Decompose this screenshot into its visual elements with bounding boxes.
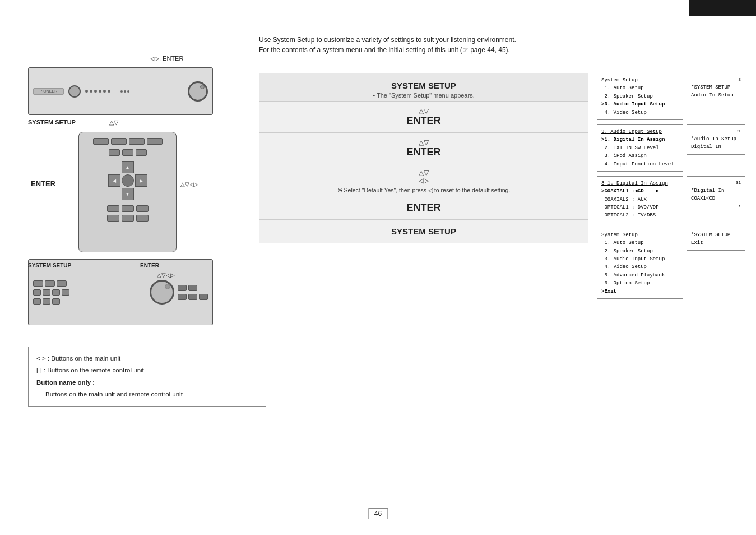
device-main-bottom: [28, 259, 213, 325]
screen1-right: 3 *SYSTEM SETUP Audio In Setup: [687, 73, 745, 103]
connector-enter-remote: [64, 185, 77, 185]
page-number-area: 46: [368, 508, 388, 519]
label-arrow-enter-top: ◁▷, ENTER: [150, 55, 183, 62]
label-system-setup-2: SYSTEM SETUP: [28, 262, 71, 269]
header-line1: Use System Setup to customize a variety …: [259, 35, 662, 45]
screen4-right: *SYSTEM SETUP Exit: [687, 228, 745, 251]
screen2-right: 31 *Audio In Setup Digital In: [687, 124, 745, 155]
panel-subtitle: • The "System Setup" menu appears.: [271, 92, 577, 99]
screen3-right: 31 *Digital In COAX1<CD ›: [687, 176, 745, 214]
device-remote: ▲ ◀ ▶ ▼: [78, 132, 177, 252]
panel-title: SYSTEM SETUP: [271, 81, 577, 90]
label-enter-bottom: ENTER: [140, 262, 159, 269]
step4-enter: ENTER: [406, 202, 440, 214]
device-receiver-top: PIONEER: [28, 67, 213, 115]
step5-system-setup: SYSTEM SETUP: [391, 227, 456, 236]
label-enter-remote: ENTER: [31, 179, 55, 188]
screens-panel: System Setup 1. Auto Setup 2. Speaker Se…: [597, 73, 745, 303]
legend-line2: [ ] : Buttons on the remote control unit: [36, 365, 258, 376]
step3-sub-arrows: ◁▷: [419, 177, 429, 185]
header-line2: For the contents of a system menu and th…: [259, 45, 662, 55]
label-system-setup-1: SYSTEM SETUP: [28, 119, 76, 126]
label-delta-nabla-1: △▽: [109, 119, 118, 126]
connector-arrows: [177, 185, 178, 185]
legend-bold: Button name only: [36, 379, 91, 386]
legend-box: < > : Buttons on the main unit [ ] : But…: [28, 347, 266, 407]
legend-line4: Buttons on the main unit and remote cont…: [36, 389, 258, 400]
step2-arrows: △▽: [419, 139, 429, 146]
screen3-left: 3-1. Digital In Assign >COAXIAL1 :◄CD ► …: [597, 176, 683, 223]
screen4-left: System Setup 1. Auto Setup 2. Speaker Se…: [597, 228, 683, 299]
step1-enter: ENTER: [406, 115, 440, 127]
legend-line3: Button name only :: [36, 377, 258, 389]
step2-enter: ENTER: [406, 146, 440, 158]
step1-arrows: △▽: [419, 107, 429, 115]
step3-note: ※ Select "Default Yes", then press ◁ to …: [337, 187, 511, 193]
legend-line1: < > : Buttons on the main unit: [36, 353, 258, 365]
page-number: 46: [368, 508, 388, 519]
label-arrows-bottom: △▽◁▷: [157, 272, 175, 278]
label-arrows-remote: △▽◁▷: [180, 181, 198, 187]
screen2-left: 3. Audio Input Setup >1. Digital In Assi…: [597, 124, 683, 172]
step3-arrows: △▽: [419, 169, 429, 177]
main-panel: SYSTEM SETUP • The "System Setup" menu a…: [259, 73, 588, 243]
header-text: Use System Setup to customize a variety …: [259, 35, 662, 55]
page-container: Use System Setup to customize a variety …: [0, 0, 756, 535]
top-right-bar: [689, 0, 756, 16]
screen1-left: System Setup 1. Auto Setup 2. Speaker Se…: [597, 73, 683, 120]
